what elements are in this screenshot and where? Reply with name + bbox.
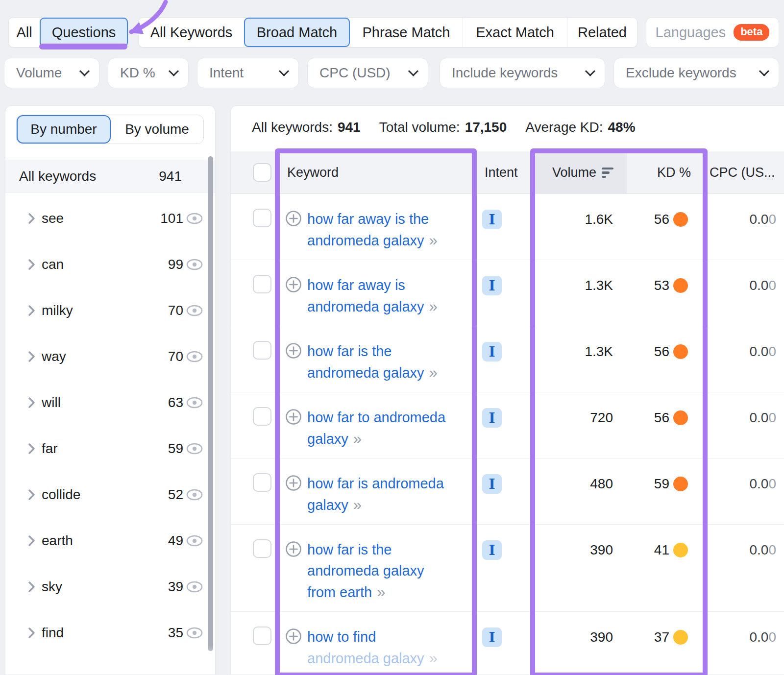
eye-icon[interactable] <box>186 304 203 317</box>
chevron-down-icon <box>408 66 418 76</box>
sidebar-scrollbar[interactable] <box>208 156 213 651</box>
filter-intent[interactable]: Intent <box>197 58 299 88</box>
sidebar-item-way[interactable]: way70 <box>5 334 216 380</box>
sidebar-item-earth[interactable]: earth49 <box>5 518 216 564</box>
row-checkbox[interactable] <box>253 539 271 558</box>
add-keyword-icon[interactable] <box>285 210 302 227</box>
row-checkbox[interactable] <box>253 627 271 645</box>
intent-badge-informational[interactable]: I <box>482 210 502 229</box>
keyword-link[interactable]: how to find <box>307 627 484 648</box>
tab-questions[interactable]: Questions <box>40 18 128 47</box>
row-checkbox[interactable] <box>253 407 271 426</box>
keyword-link[interactable]: how far is andromeda <box>307 473 484 494</box>
add-keyword-icon[interactable] <box>285 276 302 293</box>
expand-keyword-icon[interactable]: » <box>429 650 437 667</box>
sidebar-item-see[interactable]: see101 <box>5 195 216 241</box>
filter-include-keywords[interactable]: Include keywords <box>440 58 605 88</box>
keyword-link[interactable]: galaxy» <box>307 428 484 450</box>
row-checkbox[interactable] <box>253 341 271 360</box>
sidebar-item-milky[interactable]: milky70 <box>5 288 216 334</box>
sidebar-sort-toggle: By number By volume <box>16 115 204 144</box>
sidebar-all-keywords-label: All keywords <box>19 169 96 184</box>
tab-phrase-match[interactable]: Phrase Match <box>350 18 463 47</box>
eye-icon[interactable] <box>186 212 203 225</box>
column-header-cpc[interactable]: CPC (US... <box>710 165 775 180</box>
sidebar-all-keywords-row[interactable]: All keywords 941 <box>5 160 216 193</box>
results-panel: All keywords:941 Total volume:17,150 Ave… <box>230 105 784 675</box>
sidebar-item-find[interactable]: find35 <box>5 610 216 656</box>
expand-keyword-icon[interactable]: » <box>429 232 437 249</box>
keyword-link[interactable]: how far is the <box>307 341 484 362</box>
sidebar-item-sky[interactable]: sky39 <box>5 564 216 610</box>
tab-all[interactable]: All <box>9 18 40 47</box>
add-keyword-icon[interactable] <box>285 409 302 425</box>
column-header-intent[interactable]: Intent <box>485 165 518 180</box>
select-all-checkbox[interactable] <box>253 163 271 182</box>
kd-difficulty-dot <box>673 278 688 293</box>
expand-keyword-icon[interactable]: » <box>353 496 361 513</box>
intent-badge-informational[interactable]: I <box>482 474 502 494</box>
eye-icon[interactable] <box>186 627 203 639</box>
filter-kd[interactable]: KD % <box>108 58 189 88</box>
row-checkbox[interactable] <box>253 209 271 227</box>
sidebar-item-far[interactable]: far59 <box>5 426 216 472</box>
eye-icon[interactable] <box>186 396 203 409</box>
eye-icon[interactable] <box>186 442 203 455</box>
filter-cpc-usd[interactable]: CPC (USD) <box>307 58 428 88</box>
keyword-link[interactable]: andromeda galaxy» <box>307 230 484 251</box>
keyword-link[interactable]: how far to andromeda <box>307 407 484 428</box>
intent-badge-informational[interactable]: I <box>482 540 502 560</box>
eye-icon[interactable] <box>186 350 203 363</box>
sidebar-item-will[interactable]: will63 <box>5 380 216 426</box>
keyword-link[interactable]: andromeda galaxy» <box>307 648 484 669</box>
column-header-kd[interactable]: KD % <box>627 151 700 194</box>
intent-badge-informational[interactable]: I <box>482 276 502 295</box>
tab-exact-match[interactable]: Exact Match <box>463 18 567 47</box>
eye-icon[interactable] <box>186 258 203 271</box>
filter-exclude-keywords[interactable]: Exclude keywords <box>613 58 779 88</box>
sort-descending-icon <box>602 168 613 178</box>
tab-related[interactable]: Related <box>567 18 637 47</box>
keyword-link[interactable]: andromeda galaxy» <box>307 296 484 317</box>
languages-button[interactable]: Languages beta <box>646 17 779 48</box>
intent-badge-informational[interactable]: I <box>482 408 502 428</box>
tab-all-keywords[interactable]: All Keywords <box>139 18 244 47</box>
eye-icon[interactable] <box>186 488 203 501</box>
results-summary: All keywords:941 Total volume:17,150 Ave… <box>252 120 636 135</box>
intent-badge-informational[interactable]: I <box>482 627 502 647</box>
toggle-by-number[interactable]: By number <box>17 115 111 144</box>
row-checkbox[interactable] <box>253 275 271 293</box>
keyword-link[interactable]: how far away is the <box>307 209 484 230</box>
kd-value: 56 <box>613 209 669 230</box>
expand-keyword-icon[interactable]: » <box>429 298 437 315</box>
kd-difficulty-dot <box>673 477 688 491</box>
keyword-link[interactable]: how far is the <box>307 539 484 560</box>
expand-keyword-icon[interactable]: » <box>377 583 384 601</box>
keyword-link[interactable]: from earth» <box>307 581 484 603</box>
add-keyword-icon[interactable] <box>285 628 302 645</box>
eye-icon[interactable] <box>186 580 203 593</box>
eye-icon[interactable] <box>186 534 203 547</box>
beta-badge: beta <box>734 24 769 41</box>
sidebar-item-can[interactable]: can99 <box>5 241 216 288</box>
table-row: how to findandromeda galaxy»I390370.00 <box>231 612 784 675</box>
tab-broad-match[interactable]: Broad Match <box>244 18 350 47</box>
add-keyword-icon[interactable] <box>285 342 302 359</box>
sidebar-item-collide[interactable]: collide52 <box>5 472 216 518</box>
keyword-link[interactable]: andromeda galaxy <box>307 560 484 581</box>
column-header-volume[interactable]: Volume <box>533 151 627 194</box>
keyword-link[interactable]: galaxy» <box>307 494 484 516</box>
kd-value: 53 <box>613 275 669 296</box>
add-keyword-icon[interactable] <box>285 475 302 491</box>
keyword-link[interactable]: andromeda galaxy» <box>307 362 484 384</box>
add-keyword-icon[interactable] <box>285 541 302 557</box>
row-checkbox[interactable] <box>253 473 271 492</box>
expand-keyword-icon[interactable]: » <box>353 430 361 447</box>
filter-volume[interactable]: Volume <box>4 58 99 88</box>
toggle-by-volume[interactable]: By volume <box>111 115 203 144</box>
keyword-link[interactable]: how far away is <box>307 275 484 296</box>
column-header-keyword[interactable]: Keyword <box>287 165 339 180</box>
expand-keyword-icon[interactable]: » <box>429 364 437 381</box>
intent-badge-informational[interactable]: I <box>482 342 502 362</box>
chevron-right-icon <box>27 442 36 455</box>
